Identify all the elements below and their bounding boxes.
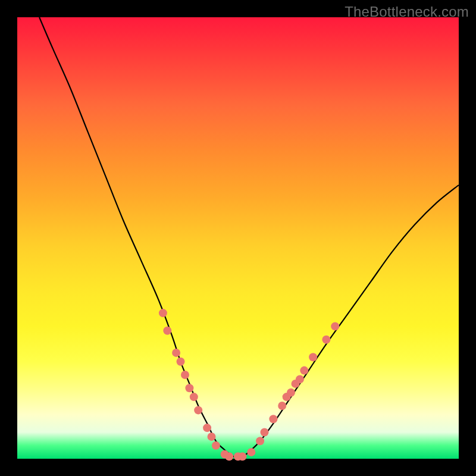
data-point	[172, 349, 180, 357]
data-point	[300, 367, 308, 375]
data-point	[287, 389, 295, 397]
data-point	[296, 375, 304, 383]
data-point	[177, 358, 185, 366]
data-point	[238, 452, 246, 461]
data-point	[256, 437, 264, 445]
data-point	[194, 406, 202, 414]
data-point	[261, 428, 269, 437]
data-point	[159, 309, 167, 317]
data-point	[208, 433, 216, 441]
data-point	[190, 393, 198, 401]
data-points-group	[159, 309, 339, 461]
data-point	[163, 327, 171, 335]
data-point	[225, 452, 233, 461]
data-point	[181, 371, 189, 379]
data-point	[269, 415, 277, 423]
data-point	[203, 424, 211, 432]
chart-svg	[17, 17, 459, 459]
data-point	[278, 402, 286, 410]
data-point	[309, 353, 317, 361]
data-point	[247, 448, 255, 456]
watermark-text: TheBottleneck.com	[345, 4, 469, 20]
chart-frame	[17, 17, 459, 459]
data-point	[331, 322, 339, 330]
bottleneck-curve	[39, 17, 459, 458]
data-point	[185, 384, 193, 392]
data-point	[322, 336, 330, 344]
data-point	[212, 441, 220, 450]
